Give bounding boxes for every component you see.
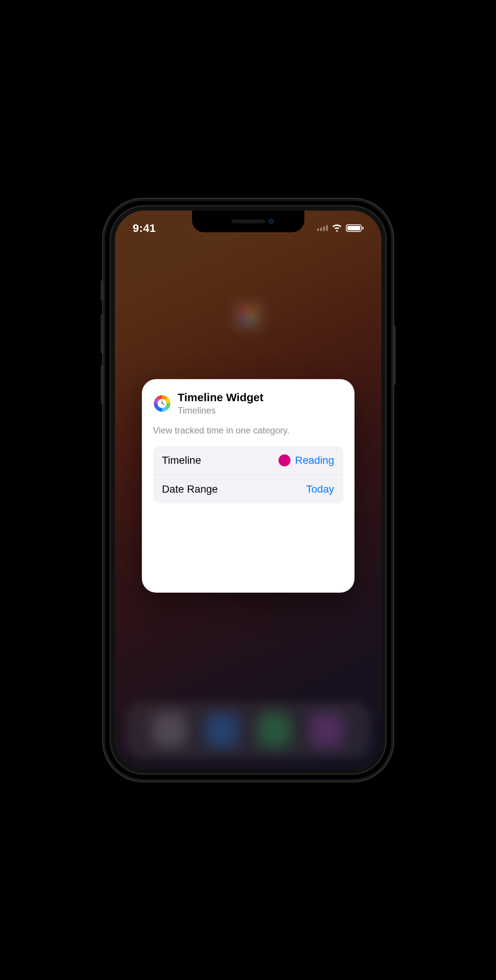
battery-icon <box>346 224 363 232</box>
card-header: Timeline Widget Timelines <box>153 391 343 416</box>
cellular-icon <box>317 225 328 231</box>
front-camera <box>268 219 274 224</box>
phone-frame: 9:41 <box>102 198 394 782</box>
speaker <box>231 220 265 223</box>
phone-volume-up <box>101 314 104 353</box>
dock-blur <box>126 702 370 758</box>
widget-title: Timeline Widget <box>178 391 263 404</box>
setting-value-text: Today <box>306 483 334 495</box>
setting-value: Reading <box>279 454 334 466</box>
dock-app-blur <box>152 713 187 747</box>
dock-app-blur <box>257 713 292 747</box>
status-indicators <box>317 217 363 233</box>
widget-description: View tracked time in one category. <box>153 425 343 436</box>
status-time: 9:41 <box>133 216 156 234</box>
screen: 9:41 <box>115 210 382 770</box>
setting-value: Today <box>306 483 334 495</box>
category-color-dot <box>279 454 290 466</box>
setting-label: Date Range <box>162 483 218 495</box>
app-icon <box>153 395 171 412</box>
setting-label: Timeline <box>162 454 201 466</box>
settings-group: Timeline Reading Date Range Today <box>153 446 343 503</box>
phone-bezel: 9:41 <box>110 205 387 775</box>
phone-volume-down <box>101 364 104 404</box>
background-widget-blur <box>231 299 265 333</box>
widget-config-card: Timeline Widget Timelines View tracked t… <box>142 379 355 593</box>
phone-mute-switch <box>101 280 104 301</box>
notch <box>192 210 304 232</box>
setting-row-timeline[interactable]: Timeline Reading <box>153 446 343 475</box>
phone-power-button <box>393 325 396 385</box>
setting-value-text: Reading <box>295 454 334 466</box>
setting-row-date-range[interactable]: Date Range Today <box>153 475 343 503</box>
dock-app-blur <box>205 713 239 747</box>
widget-subtitle: Timelines <box>178 405 263 416</box>
dock-app-blur <box>310 713 344 747</box>
wifi-icon <box>332 223 342 233</box>
svg-line-7 <box>162 404 164 404</box>
